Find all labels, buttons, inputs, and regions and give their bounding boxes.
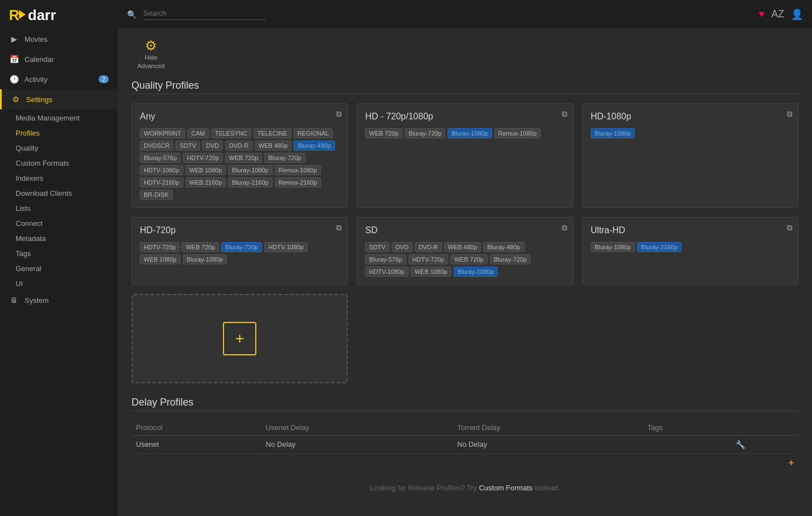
tag-list: Bluray-1080pBluray-2160p (591, 242, 790, 252)
tag: Bluray-1080p (228, 165, 272, 175)
profile-card-title: SD (365, 225, 565, 235)
profile-card-ultra-hd[interactable]: ⧉Ultra-HDBluray-1080pBluray-2160p (582, 217, 799, 285)
tag: DVDSCR (140, 141, 173, 151)
copy-icon[interactable]: ⧉ (562, 223, 567, 233)
add-profile-button[interactable]: + (223, 322, 256, 355)
tag: TELESYNC (211, 128, 251, 138)
tag: TELECINE (254, 128, 291, 138)
gear-icon: ⚙ (145, 38, 157, 54)
topbar-right: ♥ AZ 👤 (758, 8, 803, 21)
translate-button[interactable]: AZ (771, 8, 784, 20)
footer-text-after: instead. (533, 484, 560, 492)
sidebar-item-label: Activity (25, 75, 47, 84)
sidebar-item-general[interactable]: General (0, 260, 118, 275)
tag: Bluray-1080p (591, 242, 635, 252)
svg-text:R: R (9, 7, 20, 23)
tag: Bluray-720p (221, 242, 262, 252)
tag: BR-DISK (140, 190, 173, 200)
profile-card-hd-720p[interactable]: ⧉HD-720pHDTV-720pWEB 720pBluray-720pHDTV… (132, 217, 348, 285)
delay-profiles-section: Delay Profiles Protocol Usenet Delay Tor… (132, 397, 799, 472)
tag: DVD-R (225, 141, 252, 151)
profile-card-any[interactable]: ⧉AnyWORKPRINTCAMTELESYNCTELECINEREGIONAL… (132, 103, 348, 208)
tag: HDTV-2160p (140, 177, 183, 187)
sidebar-item-ui[interactable]: UI (0, 275, 118, 290)
tag: Bluray-1080p (591, 128, 635, 138)
sidebar-item-label: System (25, 296, 48, 305)
tag-list: SDTVDVDDVD-RWEB 480pBluray-480pBluray-57… (365, 242, 565, 277)
svg-text:darr: darr (28, 7, 56, 23)
tag: Bluray-720p (490, 254, 531, 264)
delay-profiles-divider (132, 411, 799, 411)
tag: WEB 720p (365, 128, 402, 138)
copy-icon[interactable]: ⧉ (336, 223, 342, 233)
tag: Bluray-720p (405, 128, 445, 138)
profile-card-sd[interactable]: ⧉SDSDTVDVDDVD-RWEB 480pBluray-480pBluray… (357, 217, 573, 285)
copy-icon[interactable]: ⧉ (787, 109, 792, 119)
sidebar-item-indexers[interactable]: Indexers (0, 170, 118, 185)
delay-torrent: No Delay (453, 435, 643, 454)
copy-icon[interactable]: ⧉ (562, 109, 567, 119)
tag: SDTV (365, 242, 389, 252)
tag: WORKPRINT (140, 128, 185, 138)
delay-table: Protocol Usenet Delay Torrent Delay Tags… (132, 420, 799, 454)
tag: Remux-1080p (275, 165, 321, 175)
tag: HDTV-1080p (264, 242, 308, 252)
delay-profiles-title: Delay Profiles (132, 397, 799, 408)
tag: WEB 720p (225, 153, 262, 163)
system-icon: 🖥 (9, 296, 19, 305)
heart-icon: ♥ (758, 8, 765, 20)
sidebar-item-movies[interactable]: ▶ Movies (0, 29, 118, 49)
sidebar-item-quality[interactable]: Quality (0, 139, 118, 155)
quality-profiles-section: Quality Profiles ⧉AnyWORKPRINTCAMTELESYN… (132, 80, 799, 383)
sidebar-item-settings[interactable]: ⚙ Settings (0, 89, 118, 109)
sidebar-nav: ▶ Movies 📅 Calendar 🕐 Activity 2 ⚙ Setti… (0, 29, 118, 516)
quality-profiles-title: Quality Profiles (132, 80, 799, 91)
edit-delay-profile-button[interactable]: 🔧 (736, 440, 745, 449)
user-button[interactable]: 👤 (791, 8, 803, 21)
calendar-icon: 📅 (9, 55, 19, 64)
tag-list: WEB 720pBluray-720pBluray-1080pRemux-108… (365, 128, 565, 138)
tag-list: Bluray-1080p (591, 128, 790, 138)
tag: Bluray-576p (365, 254, 406, 264)
sidebar-item-profiles[interactable]: Profiles (0, 124, 118, 139)
sidebar-item-label: Movies (25, 35, 47, 44)
profile-card-hd-720p-1080p[interactable]: ⧉HD - 720p/1080pWEB 720pBluray-720pBlura… (357, 103, 573, 208)
topbar: 🔍 ♥ AZ 👤 (118, 0, 812, 29)
search-input[interactable] (143, 9, 244, 17)
tag: WEB 1080p (186, 165, 226, 175)
profile-card-title: HD - 720p/1080p (365, 112, 565, 122)
sidebar-item-custom-formats[interactable]: Custom Formats (0, 155, 118, 170)
sidebar-item-tags[interactable]: Tags (0, 245, 118, 260)
tag: DVD (202, 141, 223, 151)
tag: WEB 720p (182, 242, 219, 252)
sidebar-item-label: Settings (26, 95, 52, 104)
tag: Bluray-480p (483, 242, 524, 252)
profile-card-hd-1080p[interactable]: ⧉HD-1080pBluray-1080p (582, 103, 799, 208)
sidebar-item-connect[interactable]: Connect (0, 215, 118, 230)
delay-actions: + (132, 454, 799, 472)
tag: HDTV-720p (409, 254, 448, 264)
sidebar-item-download-clients[interactable]: Download Clients (0, 185, 118, 200)
sidebar-item-system[interactable]: 🖥 System (0, 290, 118, 310)
add-profile-card[interactable]: + (132, 294, 348, 383)
quality-profiles-divider (132, 94, 799, 94)
sidebar-item-lists[interactable]: Lists (0, 200, 118, 215)
add-delay-profile-button[interactable]: + (788, 457, 794, 469)
delay-protocol: Usenet (132, 435, 261, 454)
sidebar-item-calendar[interactable]: 📅 Calendar (0, 49, 118, 69)
delay-tags (643, 435, 732, 454)
search-wrap (143, 9, 266, 20)
logo: R darr (0, 0, 118, 29)
tag: Bluray-2160p (228, 177, 272, 187)
sidebar-item-activity[interactable]: 🕐 Activity 2 (0, 69, 118, 89)
tag-list: HDTV-720pWEB 720pBluray-720pHDTV-1080pWE… (140, 242, 339, 264)
copy-icon[interactable]: ⧉ (787, 223, 792, 233)
main-content: ⚙ HideAdvanced Quality Profiles ⧉AnyWORK… (118, 29, 812, 516)
sidebar-item-media-management[interactable]: Media Management (0, 109, 118, 124)
sidebar-item-metadata[interactable]: Metadata (0, 230, 118, 245)
tag: Bluray-480p (294, 141, 334, 151)
tag: Bluray-1080p (183, 254, 227, 264)
hide-advanced-button[interactable]: ⚙ HideAdvanced (132, 38, 171, 71)
custom-formats-link[interactable]: Custom Formats (479, 484, 532, 492)
copy-icon[interactable]: ⧉ (336, 109, 342, 119)
